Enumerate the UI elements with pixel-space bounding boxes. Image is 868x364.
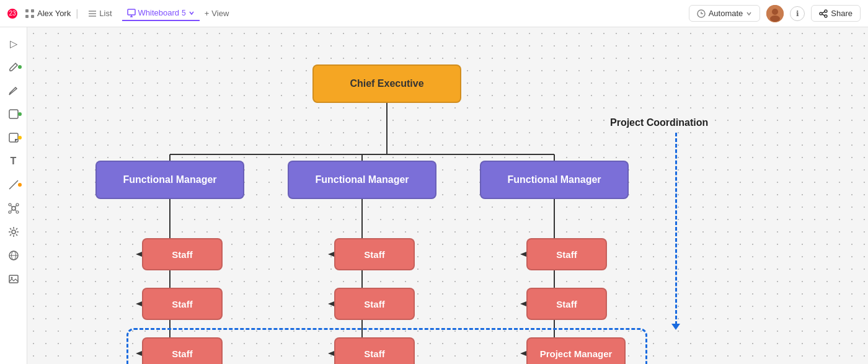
topbar-right: Automate ℹ Share <box>689 5 861 22</box>
topbar-left: 23 Alex York | List Whiteboard 5 + View <box>7 6 684 21</box>
notification-badge[interactable]: 23 <box>7 9 17 19</box>
share-button[interactable]: Share <box>811 5 861 22</box>
list-nav[interactable]: List <box>83 6 117 20</box>
automate-icon <box>697 9 706 18</box>
apps-icon <box>25 9 35 19</box>
svg-rect-1 <box>31 9 34 12</box>
topbar: 23 Alex York | List Whiteboard 5 + View … <box>0 0 868 27</box>
svg-rect-2 <box>25 15 29 18</box>
avatar-image <box>766 5 784 22</box>
whiteboard-nav[interactable]: Whiteboard 5 <box>122 6 200 21</box>
user-badge: Alex York <box>25 9 71 19</box>
automate-button[interactable]: Automate <box>689 5 761 22</box>
svg-point-11 <box>770 16 780 22</box>
user-name: Alex York <box>37 9 71 18</box>
svg-point-13 <box>820 12 822 15</box>
svg-rect-7 <box>128 9 135 15</box>
svg-line-16 <box>822 14 825 16</box>
list-icon <box>88 9 97 18</box>
add-view-btn[interactable]: + View <box>205 9 229 18</box>
svg-rect-3 <box>31 15 34 18</box>
svg-point-10 <box>772 9 778 15</box>
user-avatar <box>766 5 784 22</box>
svg-point-12 <box>825 10 827 12</box>
whiteboard-count: 5 <box>182 9 186 17</box>
chevron-down-icon <box>188 10 195 16</box>
info-button[interactable]: ℹ <box>790 6 805 21</box>
share-icon <box>819 9 828 18</box>
whiteboard-icon <box>127 9 136 17</box>
svg-point-14 <box>825 15 827 17</box>
svg-line-15 <box>822 12 825 13</box>
chevron-down-icon-automate <box>746 11 752 17</box>
svg-rect-0 <box>25 9 29 12</box>
